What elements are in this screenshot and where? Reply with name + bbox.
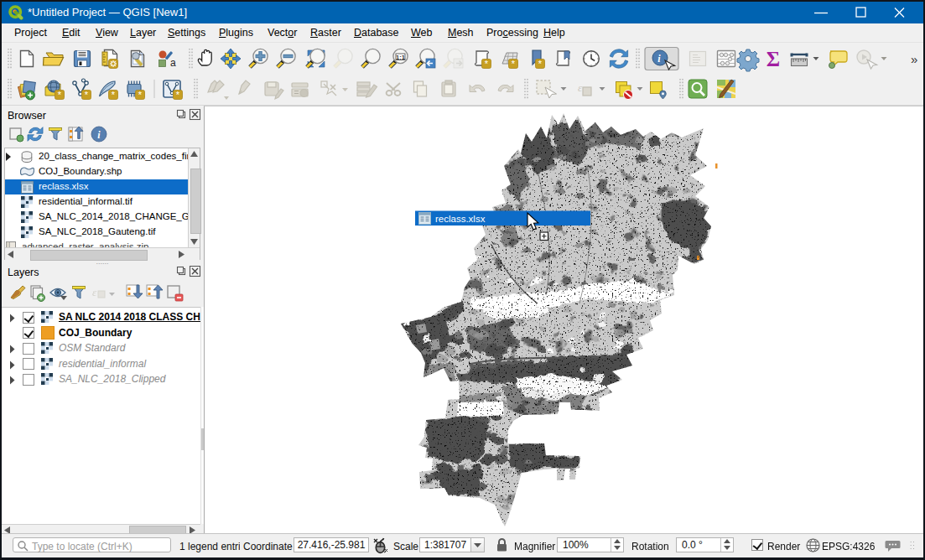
- svg-text:1:1: 1:1: [396, 54, 405, 61]
- svg-text:»: »: [911, 52, 917, 66]
- svg-text:ε: ε: [578, 81, 583, 94]
- svg-text:ε: ε: [92, 286, 97, 298]
- svg-text:a: a: [170, 57, 176, 69]
- svg-text:Σ: Σ: [767, 48, 780, 70]
- svg-text:reclass.xlsx: reclass.xlsx: [435, 214, 486, 224]
